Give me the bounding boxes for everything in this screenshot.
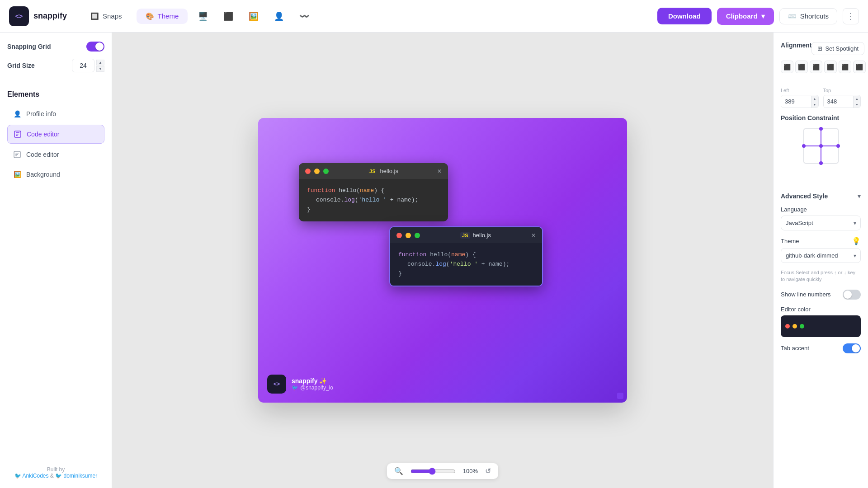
alignment-title: Alignment — [781, 42, 811, 49]
code-window-1[interactable]: JS hello.js ✕ function hello(name) { con… — [299, 163, 448, 221]
spotlight-icon: ⊞ — [817, 45, 822, 52]
advanced-style-header[interactable]: Advanced Style ▾ — [781, 192, 861, 200]
set-spotlight-button[interactable]: ⊞ Set Spotlight — [811, 42, 864, 55]
language-select[interactable]: JavaScript TypeScript Python CSS HTML — [781, 216, 861, 230]
left-input-wrap: 389 ▲ ▼ — [781, 95, 819, 108]
window-1-close-button[interactable]: ✕ — [437, 168, 442, 174]
author2-link[interactable]: 🐦 dominiksumer — [55, 473, 97, 479]
background-icon: 🖼️ — [13, 170, 22, 179]
color-dot-red — [785, 324, 790, 328]
code-window-1-titlebar: JS hello.js ✕ — [299, 163, 448, 179]
profile-text: snappify ✨ 🐦 @snappify_io — [292, 377, 333, 391]
zoom-bar: 🔍 100% ↺ — [387, 463, 498, 479]
svg-rect-7 — [15, 155, 17, 156]
more-options-button[interactable]: ⋮ — [843, 8, 859, 24]
align-top-button[interactable]: ⬛ — [824, 61, 837, 73]
image-icon-button[interactable]: 🖼️ — [244, 6, 264, 26]
editor-color-box[interactable] — [781, 315, 861, 337]
canvas-footer: <> snappify ✨ 🐦 @snappify_io — [267, 375, 333, 394]
constraint-dot-center[interactable] — [819, 144, 823, 148]
theme-nav-button[interactable]: 🎨 Theme — [137, 9, 188, 24]
svg-rect-5 — [15, 153, 19, 154]
align-center-h-button[interactable]: ⬛ — [795, 61, 808, 73]
logo-area: <> snappify — [9, 6, 67, 26]
canvas[interactable]: JS hello.js ✕ function hello(name) { con… — [258, 118, 627, 403]
snaps-nav-button[interactable]: 🔲 Snaps — [81, 9, 131, 24]
theme-select-wrap: github-dark-dimmed github-dark github-li… — [781, 248, 861, 263]
grid-size-input[interactable]: 24 — [72, 59, 94, 72]
top-down-button[interactable]: ▼ — [853, 102, 860, 108]
language-select-wrap: JavaScript TypeScript Python CSS HTML ▾ — [781, 216, 861, 230]
constraint-dot-bottom[interactable] — [819, 161, 823, 165]
alignment-header: Alignment ⊞ Set Spotlight — [781, 42, 861, 55]
download-button[interactable]: Download — [657, 8, 712, 24]
tab-accent-row: Tab accent — [781, 343, 861, 353]
shortcuts-button[interactable]: ⌨️ Shortcuts — [779, 8, 837, 24]
alignment-grid: ⬛ ⬛ ⬛ ⬛ ⬛ ⬛ — [781, 61, 861, 73]
constraint-box — [803, 128, 839, 164]
svg-rect-2 — [16, 134, 19, 135]
code-line-5: console.log('hello ' + name); — [398, 260, 534, 269]
show-line-numbers-toggle[interactable] — [843, 290, 861, 300]
topbar: <> snappify 🔲 Snaps 🎨 Theme 🖥️ ⬛ 🖼️ 👤 〰️… — [0, 0, 868, 33]
color-dot-green — [800, 324, 804, 328]
left-up-button[interactable]: ▲ — [811, 96, 818, 102]
twitter-icon: 🐦 — [292, 385, 298, 391]
constraint-dot-right[interactable] — [836, 144, 840, 148]
top-up-button[interactable]: ▲ — [853, 96, 860, 102]
grid-size-up-button[interactable]: ▲ — [96, 60, 104, 66]
editor-color-label: Editor color — [781, 306, 861, 313]
window-1-dot-green — [323, 169, 329, 174]
constraint-dot-left[interactable] — [802, 144, 806, 148]
code-line-6: } — [398, 269, 534, 279]
code-line-3: } — [307, 205, 440, 215]
clipboard-label: Clipboard — [726, 12, 758, 20]
zoom-slider[interactable] — [410, 468, 456, 475]
sidebar-item-code-editor-1[interactable]: Code editor — [7, 125, 104, 144]
position-row: Left 389 ▲ ▼ Top 348 ▲ ▼ — [781, 88, 861, 108]
top-input[interactable]: 348 — [824, 95, 854, 108]
snaps-icon: 🔲 — [90, 12, 99, 20]
left-spinners: ▲ ▼ — [811, 96, 818, 108]
theme-select[interactable]: github-dark-dimmed github-dark github-li… — [781, 248, 861, 263]
window-1-dot-red — [305, 169, 311, 174]
reset-zoom-button[interactable]: ↺ — [485, 467, 491, 475]
elements-title: Elements — [7, 90, 104, 99]
svg-rect-6 — [15, 154, 18, 155]
profile-info-icon: 👤 — [13, 109, 22, 118]
author1-link[interactable]: 🐦 AnkiCodes — [14, 473, 50, 479]
left-down-button[interactable]: ▼ — [811, 102, 818, 108]
snapping-grid-label: Snapping Grid — [7, 43, 51, 50]
align-center-v-button[interactable]: ⬛ — [839, 61, 851, 73]
left-input[interactable]: 389 — [781, 95, 811, 108]
advanced-style-chevron-icon: ▾ — [858, 192, 861, 200]
snapping-grid-section: Snapping Grid Grid Size 24 ▲ ▼ — [7, 42, 104, 81]
canvas-inner: JS hello.js ✕ function hello(name) { con… — [258, 118, 627, 403]
theme-field-label: Theme — [781, 238, 799, 244]
effects-icon-button[interactable]: 〰️ — [294, 6, 314, 26]
sidebar-item-background[interactable]: 🖼️ Background — [7, 165, 104, 183]
tab-accent-toggle[interactable] — [843, 343, 861, 353]
resize-handle[interactable] — [617, 393, 623, 399]
constraint-dot-top[interactable] — [819, 127, 823, 131]
user-icon-button[interactable]: 👤 — [269, 6, 289, 26]
grid-size-input-group: 24 ▲ ▼ — [72, 59, 104, 72]
window-2-close-button[interactable]: ✕ — [531, 232, 536, 239]
code-window-2[interactable]: JS hello.js ✕ function hello(name) { con… — [389, 226, 543, 286]
layout-icon-button[interactable]: ⬛ — [218, 6, 238, 26]
sidebar-item-code-editor-2[interactable]: Code editor — [7, 145, 104, 164]
align-left-button[interactable]: ⬛ — [781, 61, 793, 73]
main-content: Snapping Grid Grid Size 24 ▲ ▼ Elements — [0, 33, 868, 488]
monitor-icon-button[interactable]: 🖥️ — [193, 6, 213, 26]
sidebar-item-profile-info[interactable]: 👤 Profile info — [7, 105, 104, 123]
alignment-section: Alignment ⊞ Set Spotlight ⬛ ⬛ ⬛ ⬛ ⬛ ⬛ — [781, 42, 861, 79]
align-right-button[interactable]: ⬛ — [810, 61, 822, 73]
align-bottom-button[interactable]: ⬛ — [853, 61, 866, 73]
show-line-numbers-row: Show line numbers — [781, 290, 861, 300]
theme-bulb-icon: 💡 — [852, 237, 861, 245]
clipboard-button[interactable]: Clipboard ▾ — [717, 8, 774, 25]
clipboard-chevron-icon: ▾ — [761, 12, 765, 20]
profile-name: snappify ✨ — [292, 377, 333, 385]
snapping-grid-toggle[interactable] — [86, 42, 104, 52]
grid-size-down-button[interactable]: ▼ — [96, 66, 104, 72]
